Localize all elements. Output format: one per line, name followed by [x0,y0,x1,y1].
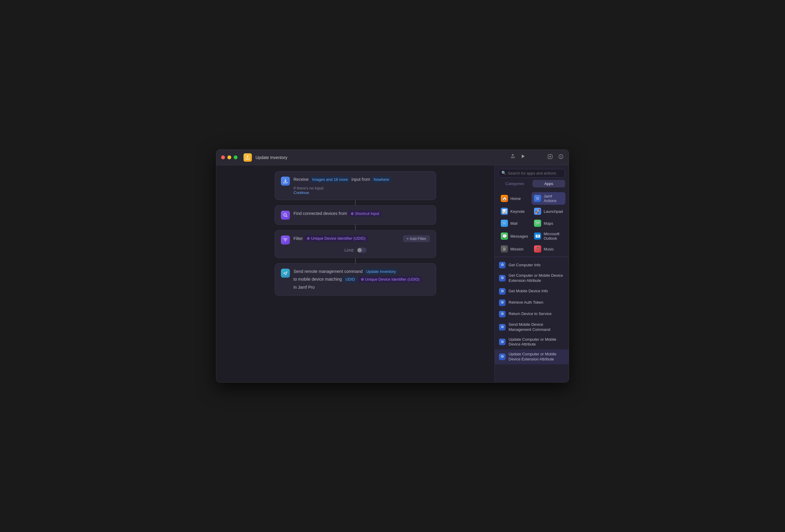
jamf-action-icon-8: ⚙ [499,353,506,360]
filter-icon [281,236,290,244]
mission-app-icon: 🖥 [501,245,508,252]
send-label2: to mobile device matching [294,276,342,283]
receive-chip1[interactable]: Images and 18 more [310,176,350,183]
play-button[interactable] [520,154,526,161]
find-card: Find connected devices from ⊕ Shortcut I… [275,205,436,225]
add-filter-button[interactable]: + Add Filter [403,235,430,242]
close-button[interactable] [221,155,225,159]
tab-row: Categories Apps [495,180,569,190]
jamf-action-icon-3: ⚙ [499,288,506,295]
connector-2 [355,225,356,230]
filter-label: Filter [294,236,303,242]
jamf-action-icon-2: ⚙ [499,275,506,282]
music-app-icon: 🎵 [534,245,541,252]
action-get-ext-attr[interactable]: ⚙ Get Computer or Mobile Device Extensio… [495,271,569,286]
if-no-input: If there's no input: Continue [294,186,430,195]
minimize-button[interactable] [227,155,231,159]
action-list: ⚙ Get Computer Info ⚙ Get Computer or Mo… [495,258,569,382]
app-item-launchpad[interactable]: 🚀 Launchpad [532,206,565,217]
limit-label: Limit: [344,248,354,252]
action-send-mdm[interactable]: ⚙ Send Mobile Device Management Command [495,320,569,335]
apps-grid: 🏠 Home ⚙ Jamf Actions 📊 Keynote 🚀 Launch… [495,190,569,256]
search-input[interactable] [499,169,565,178]
action-return-device[interactable]: ⚙ Return Device to Service [495,309,569,320]
send-chip1[interactable]: Update Inventory [364,268,398,275]
titlebar-actions [510,154,564,161]
maps-app-icon: 🗺 [534,220,541,227]
filter-chip1[interactable]: ⊕ Unique Device Identifier (UDID) [305,235,368,242]
canvas-area: Receive Images and 18 more input from No… [216,165,495,382]
info-button[interactable] [558,154,564,161]
receive-chip2[interactable]: Nowhere [372,176,391,183]
keynote-app-icon: 📊 [501,208,508,215]
find-chip1[interactable]: ⊕ Shortcut Input [349,210,381,217]
send-icon [281,269,290,278]
outlook-app-icon: 📧 [534,233,541,240]
receive-input-from: input from [352,176,370,183]
titlebar: Update Inventory [216,150,569,165]
app-item-outlook[interactable]: 📧 Microsoft Outlook [532,230,565,242]
jamf-action-icon-5: ⚙ [499,311,506,317]
send-label3: in Jamf Pro [294,284,315,291]
jamf-action-icon-4: ⚙ [499,299,506,306]
app-item-mail[interactable]: ✉ Mail [499,218,530,229]
window-title: Update Inventory [255,155,287,160]
send-row: Send remote management command Update In… [294,268,430,291]
share-button[interactable] [510,154,515,161]
search-bar: 🔍 [495,165,569,180]
tab-categories[interactable]: Categories [499,180,531,187]
main-window: Update Inventory [216,150,569,382]
import-button[interactable] [547,154,553,161]
mail-app-icon: ✉ [501,220,508,227]
send-label1: Send remote management command [294,268,362,275]
send-chip3[interactable]: ⊕ Unique Device Identifier (UDID) [359,276,422,283]
receive-card: Receive Images and 18 more input from No… [275,171,436,200]
traffic-lights [221,155,237,159]
action-retrieve-auth[interactable]: ⚙ Retrieve Auth Token [495,297,569,309]
connector-1 [355,200,356,205]
filter-row: Filter ⊕ Unique Device Identifier (UDID)… [294,235,430,242]
send-card: Send remote management command Update In… [275,263,436,296]
action-get-mobile-info[interactable]: ⚙ Get Mobile Device Info [495,286,569,297]
sidebar: 🔍 Categories Apps 🏠 Home ⚙ Jamf Actions [495,165,569,382]
action-update-ext-attr[interactable]: ⚙ Update Computer or Mobile Device Exten… [495,349,569,364]
maximize-button[interactable] [234,155,237,159]
app-item-keynote[interactable]: 📊 Keynote [499,206,530,217]
messages-app-icon: 💬 [501,233,508,240]
app-item-mission[interactable]: 🖥 Mission [499,244,530,254]
find-label: Find connected devices from [294,210,347,217]
tab-apps[interactable]: Apps [532,180,565,187]
home-app-icon: 🏠 [501,195,508,202]
jamf-action-icon-1: ⚙ [499,262,506,268]
action-update-attr[interactable]: ⚙ Update Computer or Mobile Device Attri… [495,335,569,350]
send-chip2[interactable]: UDID [344,276,357,283]
app-icon [244,153,252,162]
app-item-messages[interactable]: 💬 Messages [499,230,530,242]
launchpad-app-icon: 🚀 [534,208,541,215]
jamf-action-icon-7: ⚙ [499,339,506,345]
action-get-computer-info[interactable]: ⚙ Get Computer Info [495,260,569,271]
app-item-home[interactable]: 🏠 Home [499,192,530,205]
jamf-app-icon: ⚙ [534,195,541,202]
connector-3 [355,258,356,263]
receive-row: Receive Images and 18 more input from No… [294,176,430,183]
find-icon [281,211,290,220]
receive-label: Receive [294,176,309,183]
app-item-jamf[interactable]: ⚙ Jamf Actions [532,192,565,205]
find-row: Find connected devices from ⊕ Shortcut I… [294,210,430,217]
app-item-maps[interactable]: 🗺 Maps [532,218,565,229]
limit-toggle[interactable] [357,247,366,253]
continue-link[interactable]: Continue [294,190,309,195]
app-item-music[interactable]: 🎵 Music [532,244,565,254]
main-content: Receive Images and 18 more input from No… [216,165,569,382]
limit-row: Limit: [281,247,430,253]
filter-card: Filter ⊕ Unique Device Identifier (UDID)… [275,230,436,258]
jamf-action-icon-6: ⚙ [499,324,506,330]
receive-icon [281,177,290,186]
